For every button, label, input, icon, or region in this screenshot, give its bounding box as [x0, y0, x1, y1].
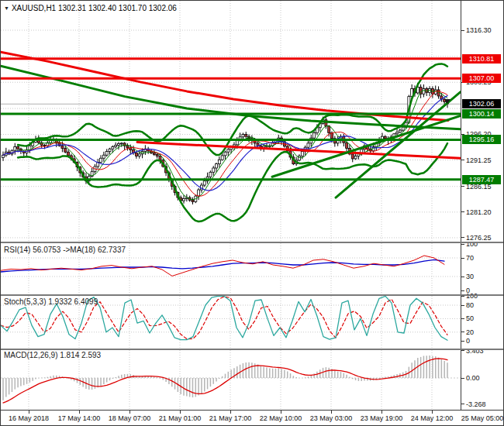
chart-title: XAUUSD,H1 1302.31 1302.40 1301.70 1302.0… — [12, 4, 177, 12]
time-axis-label: 17 May 14:00 — [58, 414, 101, 422]
time-tick-mark — [432, 411, 433, 414]
time-tick-mark — [180, 411, 181, 414]
stoch-tick-label: 100 — [466, 292, 478, 300]
time-axis-label: 23 May 03:00 — [310, 414, 353, 422]
stoch-tick-label: 20 — [466, 328, 474, 336]
time-axis-label: 21 May 17:00 — [209, 414, 252, 422]
time-tick-mark — [230, 411, 231, 414]
stoch-tick-label: 80 — [466, 301, 474, 309]
time-axis-label: 21 May 01:00 — [159, 414, 202, 422]
main-chart-pane[interactable] — [1, 1, 461, 242]
rsi-tick-label: 70 — [466, 254, 474, 262]
stoch-tick-mark — [461, 318, 464, 319]
chart-window: ▼XAUUSD,H1 1302.31 1302.40 1301.70 1302.… — [0, 0, 504, 426]
macd-tick-label: 0.00 — [466, 374, 480, 382]
current-price-badge: 1302.06 — [462, 99, 501, 108]
rsi-tick-mark — [461, 244, 464, 245]
time-axis-label: 18 May 07:00 — [109, 414, 151, 422]
price-tick-mark — [461, 186, 464, 187]
rsi-tick-mark — [461, 290, 464, 291]
time-axis-label: 24 May 12:00 — [411, 414, 454, 422]
symbol-dropdown-icon[interactable]: ▼ — [4, 5, 9, 11]
stoch-tick-mark — [461, 305, 464, 306]
price-tick-mark — [461, 30, 464, 31]
macd-tick-mark — [461, 350, 464, 351]
macd-tick-mark — [461, 404, 464, 404]
price-level-badge: 1307.00 — [462, 74, 501, 83]
chart-title-bar: ▼XAUUSD,H1 1302.31 1302.40 1301.70 1302.… — [4, 4, 177, 12]
time-tick-mark — [79, 411, 80, 414]
time-axis-label: 25 May 05:00 — [461, 414, 504, 422]
time-tick-mark — [381, 411, 382, 414]
price-level-badge: 1310.81 — [462, 54, 501, 64]
stochastic-label: Stoch(5,3,3) 1.9332 6.4099 — [4, 297, 98, 306]
price-tick-label: 1281.20 — [466, 208, 492, 216]
stoch-tick-mark — [461, 296, 464, 297]
price-tick-mark — [461, 160, 464, 160]
price-level-badge: 1300.14 — [462, 109, 501, 119]
time-tick-mark — [29, 411, 29, 414]
pane-resize-handle[interactable] — [1, 349, 504, 350]
stoch-tick-label: 50 — [466, 314, 474, 322]
time-axis[interactable]: 16 May 201817 May 14:0018 May 07:0021 Ma… — [1, 410, 504, 426]
time-tick-mark — [281, 411, 281, 414]
main-chart-pane-wrap — [1, 1, 461, 242]
rsi-label: RSI(14) 56.0753 ->MA(18) 62.7337 — [4, 246, 126, 254]
price-tick-label: 1291.25 — [466, 156, 492, 164]
price-tick-label: 1316.30 — [466, 26, 492, 34]
time-axis-label: 16 May 2018 — [9, 414, 49, 422]
rsi-tick-mark — [461, 258, 464, 259]
macd-tick-mark — [461, 378, 464, 379]
macd-label: MACD(12,26,9) 1.814 2.593 — [4, 351, 101, 359]
pane-resize-handle[interactable] — [1, 242, 504, 243]
price-level-badge: 1287.47 — [462, 175, 501, 184]
rsi-tick-label: 30 — [466, 273, 474, 280]
stoch-tick-mark — [461, 332, 464, 332]
pane-resize-handle[interactable] — [1, 294, 504, 296]
price-tick-mark — [461, 237, 464, 238]
price-tick-mark — [461, 211, 464, 212]
macd-tick-label: -3.268 — [466, 400, 486, 408]
price-level-badge: 1295.16 — [462, 135, 501, 144]
time-axis-label: 22 May 10:00 — [260, 414, 302, 422]
time-tick-mark — [331, 411, 332, 414]
rsi-tick-mark — [461, 277, 464, 277]
time-tick-mark — [129, 411, 130, 414]
stoch-tick-label: 0 — [466, 337, 470, 345]
stoch-tick-mark — [461, 341, 464, 342]
time-axis-label: 23 May 19:00 — [361, 414, 403, 422]
